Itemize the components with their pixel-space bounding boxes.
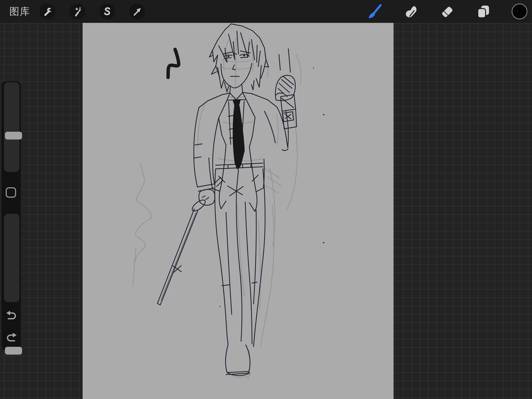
figure-line-art xyxy=(173,24,297,376)
color-swatch-button[interactable] xyxy=(510,2,529,21)
smudge-finger-icon xyxy=(403,4,418,19)
magic-wand-icon xyxy=(72,6,83,17)
katana-sketch xyxy=(157,177,223,305)
paintbrush-icon xyxy=(366,3,383,20)
adjustments-button[interactable] xyxy=(69,3,85,19)
transform-button[interactable] xyxy=(129,3,145,19)
top-toolbar: 图库 xyxy=(0,0,532,23)
opacity-handle[interactable] xyxy=(5,347,22,355)
brush-tool-button[interactable] xyxy=(365,2,384,21)
selection-button[interactable] xyxy=(99,3,115,19)
undo-arrow-icon xyxy=(6,310,17,321)
color-swatch-circle xyxy=(511,3,528,20)
eraser-tool-button[interactable] xyxy=(438,2,457,21)
drawing-canvas[interactable] xyxy=(83,23,394,399)
stray-brush-squiggle xyxy=(168,49,179,77)
black-tie xyxy=(232,99,245,170)
brush-size-handle[interactable] xyxy=(5,132,22,139)
eraser-icon xyxy=(440,4,455,19)
smudge-tool-button[interactable] xyxy=(401,2,420,21)
selection-s-icon xyxy=(102,6,112,17)
transform-arrow-icon xyxy=(132,6,142,17)
redo-arrow-icon xyxy=(6,332,17,343)
wrench-icon xyxy=(42,6,53,17)
procreate-window: 图库 xyxy=(0,0,532,399)
gallery-button[interactable]: 图库 xyxy=(9,0,30,23)
character-sketch xyxy=(83,23,394,399)
gallery-label: 图库 xyxy=(9,5,30,18)
opacity-slider[interactable] xyxy=(4,214,19,302)
brush-size-slider[interactable] xyxy=(4,82,19,172)
actions-button[interactable] xyxy=(39,3,56,19)
brush-sidebar xyxy=(2,81,21,350)
redo-button[interactable] xyxy=(6,332,17,343)
undo-button[interactable] xyxy=(6,310,17,321)
layers-icon xyxy=(475,4,491,19)
layers-button[interactable] xyxy=(474,2,493,21)
zigzag-scribble xyxy=(134,163,151,269)
modify-button[interactable] xyxy=(6,187,16,198)
